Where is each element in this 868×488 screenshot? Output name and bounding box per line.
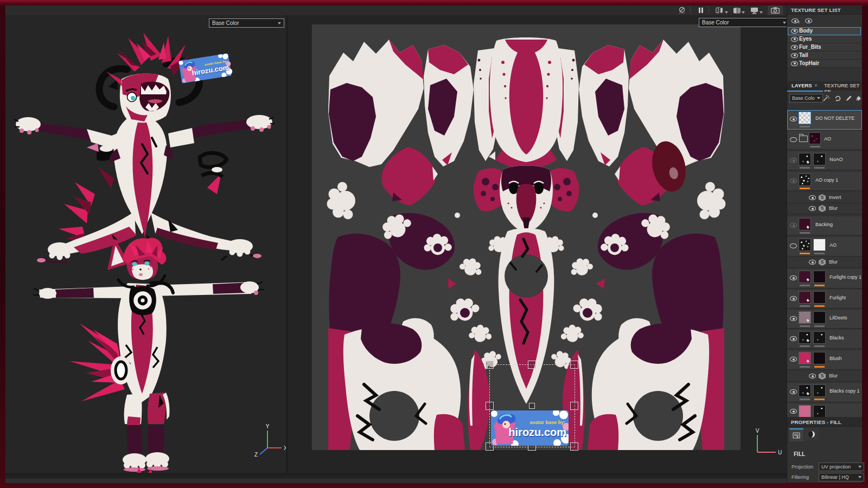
svg-text:Y: Y [266,423,270,429]
channel-select-3d[interactable]: Base Color [209,18,284,28]
layer-visibility-icon[interactable] [790,389,797,394]
layer-row-do-not-delete[interactable]: DO NOT DELETE [787,110,862,130]
effect-visibility-icon[interactable] [809,195,816,200]
layer-visibility-icon[interactable] [790,296,797,301]
layer-visibility-icon[interactable] [790,336,797,341]
eye-icon[interactable] [791,45,798,50]
layer-thumbnail[interactable] [799,174,811,186]
transform-handle[interactable] [570,442,578,451]
refresh-loop-icon[interactable] [833,94,843,102]
filtering-select[interactable]: Bilinear | HQ [819,473,864,481]
layer-visibility-icon[interactable] [790,409,797,414]
transform-center-handle[interactable] [529,403,535,409]
viewport-2d-uv[interactable]: avatar base by: hirozu.com hirozu.com Ba… [288,15,787,473]
eye-icon[interactable] [791,53,798,58]
texture-set-item-eyes[interactable]: Eyes [788,35,861,43]
effect-row-blur[interactable]: Blur [787,203,862,214]
layer-row-partial[interactable] [787,403,862,418]
tab-close-icon[interactable]: × [814,82,818,88]
layer-visibility-icon[interactable] [790,178,797,183]
texture-set-item-fur-bits[interactable]: Fur_Bits [788,43,861,52]
texture-set-item-body[interactable]: Body [788,27,861,35]
transform-handle[interactable] [570,402,578,410]
layer-thumbnail[interactable] [809,132,821,144]
display-settings-icon[interactable] [749,6,760,15]
layer-mask-thumbnail[interactable] [813,239,826,251]
channel-select-2d[interactable]: Base Color [699,18,787,27]
display-dropdown-chevron[interactable] [760,11,763,14]
layer-thumbnail[interactable] [799,331,811,344]
layer-visibility-icon[interactable] [790,158,797,163]
symmetry-dropdown-chevron[interactable] [725,11,728,14]
layer-row-blacks-copy-1[interactable]: Blacks copy 1 [787,383,862,402]
layer-mask-thumbnail[interactable] [813,311,826,324]
effect-visibility-icon[interactable] [809,260,816,265]
effect-row-invert[interactable]: Invert [787,192,862,203]
layer-row-backing[interactable]: Backing [787,216,862,235]
layer-visibility-icon[interactable] [790,316,797,321]
layer-mask-thumbnail[interactable] [813,291,826,304]
layer-row-blacks[interactable]: Blacks [787,330,862,349]
effect-visibility-icon[interactable] [809,206,816,211]
transform-handle[interactable] [486,402,494,410]
paint-bucket-icon[interactable] [853,94,863,102]
layer-thumbnail[interactable] [799,218,811,230]
effect-row-blur-3[interactable]: Blur [787,371,862,382]
visibility-solo-icon[interactable] [805,18,812,23]
camera-button[interactable] [768,5,783,15]
layer-thumbnail[interactable] [799,271,811,283]
layer-visibility-icon[interactable] [790,275,797,280]
layer-row-blush[interactable]: Blush [787,350,862,370]
layer-mask-thumbnail[interactable] [813,352,826,364]
eye-icon[interactable] [791,37,798,42]
layer-visibility-icon[interactable] [790,117,797,121]
symmetry-icon[interactable] [714,6,725,15]
layer-thumbnail[interactable] [799,291,811,304]
magic-wand-icon[interactable] [821,94,831,102]
effect-visibility-icon[interactable] [809,374,816,378]
layer-row-ao-folder[interactable]: AO [787,131,862,150]
uv-tiling-dropdown-chevron[interactable] [742,11,745,14]
layer-row-furlight-copy-1[interactable]: Furlight copy 1 [787,269,862,288]
layer-visibility-icon[interactable] [790,137,797,142]
effect-row-blur-2[interactable]: Blur [787,257,862,268]
layer-thumbnail[interactable] [799,352,811,364]
layer-mask-thumbnail[interactable] [813,405,826,418]
layer-mask-thumbnail[interactable] [813,153,826,165]
pause-icon[interactable] [695,6,706,15]
layer-visibility-icon[interactable] [790,357,797,362]
properties-tab-parameters[interactable] [789,428,803,441]
layer-visibility-icon[interactable] [790,243,797,248]
transform-handle[interactable] [486,361,494,369]
eye-icon[interactable] [791,29,798,34]
layer-row-ao-copy-1[interactable]: AO copy 1 [787,172,862,191]
projection-select[interactable]: UV projection [819,463,864,471]
avatar-base-banner-2d[interactable]: avatar base by: hirozu.com hirozu.com [491,410,569,446]
texture-set-item-tail[interactable]: Tail [788,52,861,60]
properties-tab-material[interactable] [805,428,819,440]
layer-row-noao[interactable]: NoAO [787,151,862,170]
layer-thumbnail[interactable] [799,112,811,124]
uv-tiling-icon[interactable] [731,6,742,15]
texture-set-item-tophair[interactable]: TopHair [788,60,861,68]
layer-thumbnail[interactable] [799,405,811,418]
layer-thumbnail[interactable] [799,384,811,397]
layer-thumbnail[interactable] [799,153,811,165]
layers-channel-select[interactable]: Base Colo [789,94,823,102]
transform-handle[interactable] [528,361,536,369]
layer-row-ao[interactable]: AO [787,237,862,256]
pen-icon[interactable] [844,94,853,102]
transform-handle[interactable] [570,361,578,369]
layer-thumbnail[interactable] [799,239,811,251]
layer-visibility-icon[interactable] [790,223,797,228]
layer-mask-thumbnail[interactable] [813,271,826,283]
eye-icon[interactable] [791,61,798,66]
layer-mask-thumbnail[interactable] [813,384,826,397]
tab-layers[interactable]: LAYERS [792,82,812,88]
layer-mask-thumbnail[interactable] [813,331,826,344]
layer-row-lildeets[interactable]: LilDeets [787,310,862,329]
layer-thumbnail[interactable] [799,311,811,324]
viewport-3d[interactable]: avatar base by: hirozu.com hirozu.com Ba… [5,15,286,473]
no-selection-icon[interactable] [676,6,687,15]
layer-row-furlight[interactable]: Furlight [787,290,862,309]
